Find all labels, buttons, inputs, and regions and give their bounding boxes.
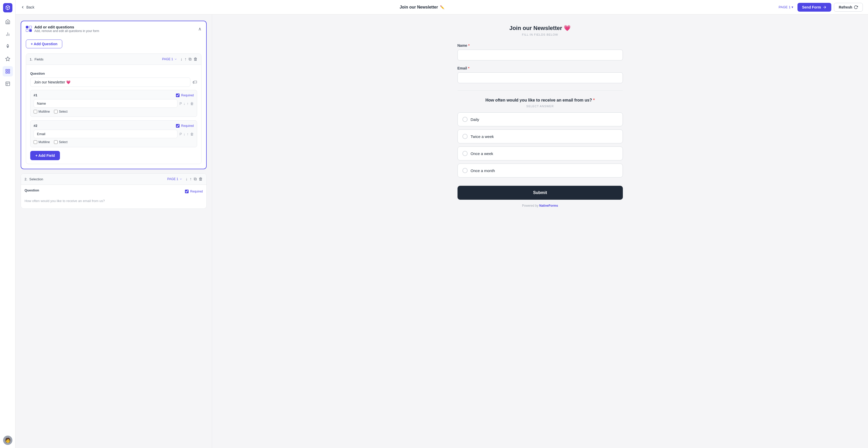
- field-2-select-checkbox[interactable]: [54, 140, 58, 144]
- add-edit-icon: [26, 26, 32, 32]
- preview-name-input[interactable]: [458, 50, 623, 60]
- preview-radio-options: Daily Twice a week Once a week Once a mo…: [458, 112, 623, 178]
- preview-powered-by: Powered by NativeForms: [458, 204, 623, 207]
- selection-arrow-down[interactable]: ↓: [185, 177, 188, 181]
- field-1-input[interactable]: [34, 99, 178, 108]
- preview-submit-button[interactable]: Submit: [458, 186, 623, 200]
- preview-option-twice-week[interactable]: Twice a week: [458, 129, 623, 143]
- sidebar-item-forms[interactable]: [3, 79, 13, 89]
- selection-arrow-up[interactable]: ↑: [190, 177, 192, 181]
- sidebar-item-star[interactable]: [3, 54, 13, 64]
- preview-form-title: Join our Newsletter 💗: [458, 25, 623, 32]
- svg-rect-7: [6, 72, 7, 73]
- back-button[interactable]: Back: [21, 5, 34, 9]
- send-form-button[interactable]: Send Form: [798, 3, 831, 11]
- field-2-required-checkbox[interactable]: [176, 124, 180, 128]
- block-title: Add or edit questions: [34, 25, 99, 29]
- field-copy[interactable]: ⧉: [189, 57, 191, 61]
- field-1-p-btn[interactable]: P: [180, 101, 182, 106]
- radio-circle-daily: [462, 117, 468, 122]
- add-field-button[interactable]: + Add Field: [30, 151, 60, 160]
- field-1-select[interactable]: Select: [54, 110, 67, 113]
- preview-select-answer-label: SELECT ANSWER: [458, 104, 623, 108]
- field-1-multiline-checkbox[interactable]: [34, 110, 37, 113]
- fields-page-select[interactable]: PAGE 1: [162, 57, 177, 61]
- native-forms-link[interactable]: NativeForms: [539, 204, 558, 207]
- fields-block-header[interactable]: Add or edit questions Add, remove and ed…: [21, 21, 206, 36]
- edit-title-icon[interactable]: ✏️: [440, 5, 444, 9]
- preview-option-once-month[interactable]: Once a month: [458, 163, 623, 178]
- page-selector[interactable]: PAGE 1 ▾: [779, 5, 793, 9]
- question-label: Question: [30, 71, 197, 76]
- fields-section-header: 1. Fields PAGE 1 ↓ ↑: [26, 54, 201, 65]
- topbar-actions: Send Form Refresh: [798, 3, 863, 11]
- topbar: Back Join our Newsletter ✏️ PAGE 1 ▾ Sen…: [16, 0, 868, 14]
- radio-circle-once-month: [462, 168, 468, 173]
- selection-required-checkbox[interactable]: [185, 190, 189, 193]
- tag-button[interactable]: 🏷: [192, 80, 197, 85]
- field-arrow-down[interactable]: ↓: [180, 57, 182, 61]
- field-1-down-btn[interactable]: ↓: [183, 101, 185, 106]
- content-area: Add or edit questions Add, remove and ed…: [16, 14, 868, 448]
- field-2-up-btn[interactable]: ↑: [187, 132, 189, 136]
- field-2-required-label: Required: [181, 124, 194, 128]
- field-2-down-btn[interactable]: ↓: [183, 132, 185, 136]
- selection-copy[interactable]: ⧉: [194, 177, 196, 181]
- field-1-required-checkbox[interactable]: [176, 93, 180, 97]
- preview-email-input[interactable]: [458, 72, 623, 83]
- add-question-button[interactable]: + Add Question: [26, 39, 62, 48]
- preview-divider: [458, 90, 623, 91]
- back-label: Back: [26, 5, 34, 9]
- block-subtitle: Add, remove and edit all questions in yo…: [34, 29, 99, 33]
- selection-block-header: 2. Selection PAGE 1 ↓ ↑ ⧉ 🗑: [21, 174, 207, 185]
- field-1-multiline[interactable]: Multiline: [34, 110, 50, 113]
- preview-panel: Join our Newsletter 💗 FILL IN FIELDS BEL…: [212, 14, 868, 448]
- selection-page-select[interactable]: PAGE 1: [167, 177, 182, 181]
- field-2-input[interactable]: [34, 130, 178, 138]
- sidebar-item-apps[interactable]: [3, 66, 13, 77]
- svg-rect-8: [8, 72, 9, 73]
- preview-selection-question: How often would you like to receive an e…: [458, 98, 623, 102]
- field-1-number: #1: [34, 93, 37, 97]
- form-title: Join our Newsletter: [400, 5, 438, 9]
- field-2-p-btn[interactable]: P: [180, 132, 182, 136]
- preview-email-group: Email *: [458, 66, 623, 83]
- preview-email-label: Email *: [458, 66, 623, 70]
- refresh-button[interactable]: Refresh: [834, 3, 863, 11]
- preview-option-daily[interactable]: Daily: [458, 112, 623, 126]
- field-item-2: #2 Required P: [30, 120, 197, 147]
- field-2-select[interactable]: Select: [54, 140, 67, 144]
- field-item-1: #1 Required P: [30, 90, 197, 117]
- preview-option-once-week[interactable]: Once a week: [458, 147, 623, 160]
- field-2-delete-btn[interactable]: 🗑: [190, 132, 194, 136]
- fields-question-block: Add or edit questions Add, remove and ed…: [21, 21, 207, 169]
- field-2-number: #2: [34, 124, 37, 128]
- field-arrow-up[interactable]: ↑: [184, 57, 187, 61]
- fields-inner-block: 1. Fields PAGE 1 ↓ ↑: [26, 54, 202, 164]
- radio-circle-once-week: [462, 151, 468, 156]
- field-2-multiline-checkbox[interactable]: [34, 140, 37, 144]
- sidebar-logo: [3, 3, 12, 12]
- field-delete[interactable]: 🗑: [193, 57, 197, 61]
- sidebar-item-fire[interactable]: [3, 41, 13, 52]
- svg-rect-6: [8, 69, 9, 71]
- fields-block-body: + Add Question 1. Fields PAG: [21, 36, 206, 169]
- preview-form: Join our Newsletter 💗 FILL IN FIELDS BEL…: [458, 25, 623, 207]
- svg-rect-5: [6, 69, 7, 71]
- field-1-delete-btn[interactable]: 🗑: [190, 101, 194, 106]
- sidebar: 🧑: [0, 0, 16, 448]
- field-2-multiline[interactable]: Multiline: [34, 140, 50, 144]
- selection-question-label: Question: [25, 188, 39, 192]
- question-input[interactable]: [30, 78, 190, 87]
- selection-delete[interactable]: 🗑: [199, 177, 203, 181]
- question-input-row: 🏷: [30, 78, 197, 87]
- sidebar-item-analytics[interactable]: [3, 29, 13, 39]
- field-1-select-checkbox[interactable]: [54, 110, 58, 113]
- field-1-up-btn[interactable]: ↑: [187, 101, 189, 106]
- chevron-up-icon: ∧: [198, 26, 202, 32]
- avatar[interactable]: 🧑: [3, 436, 12, 445]
- selection-question-preview: How often would you like to receive an e…: [25, 197, 203, 205]
- field-1-required-label: Required: [181, 93, 194, 97]
- selection-block: 2. Selection PAGE 1 ↓ ↑ ⧉ 🗑: [21, 173, 207, 209]
- sidebar-item-home[interactable]: [3, 17, 13, 27]
